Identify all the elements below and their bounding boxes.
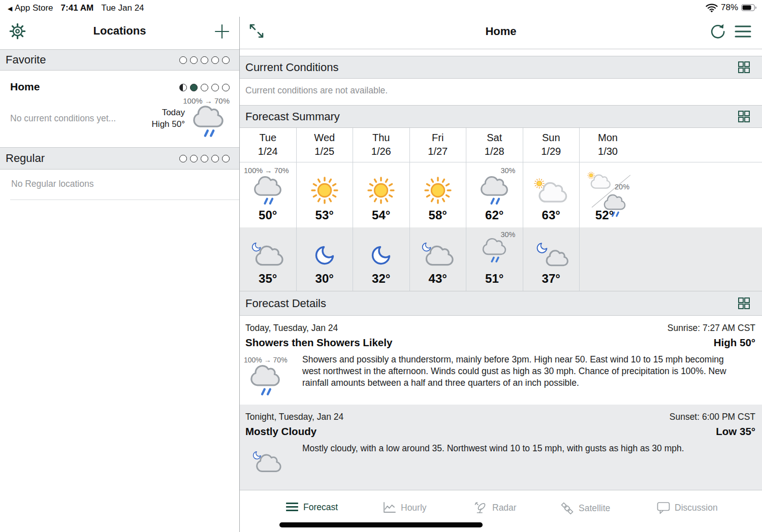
home-indicator[interactable]	[279, 522, 483, 527]
regular-dots	[179, 155, 230, 162]
home-status-message: No current conditions yet...	[10, 113, 116, 124]
divider	[10, 200, 239, 200]
sun-cloud-icon	[586, 171, 613, 190]
forecast-details-title: Forecast Details	[245, 297, 326, 310]
forecast-cell-sun-day: 63°	[523, 162, 580, 227]
tab-forecast[interactable]: Forecast	[285, 502, 338, 513]
period-temp: Low 35°	[716, 425, 755, 438]
moon-icon	[370, 243, 392, 268]
forecast-cell-thu-night: 32°	[353, 227, 410, 291]
refresh-button[interactable]	[709, 23, 725, 39]
moon-small-cloud-icon	[533, 242, 569, 267]
period-summary: Mostly Cloudy	[245, 425, 316, 438]
forecast-cell-fri-night: 43°	[410, 227, 467, 291]
tab-radar[interactable]: Radar	[474, 502, 517, 514]
home-today-summary: Today High 50°	[152, 107, 185, 130]
period-temp: High 50°	[714, 337, 755, 349]
home-status-dots	[179, 84, 230, 91]
moon-cloud-icon	[419, 242, 457, 267]
refresh-icon	[709, 23, 725, 39]
forecast-cell-tue-day: 100% → 70% 50°	[240, 162, 297, 227]
sun-cloud-icon	[532, 176, 570, 205]
period-precip: 100% → 70%	[244, 356, 288, 364]
current-conditions-header: Current Conditions	[240, 56, 762, 79]
moon-icon	[313, 243, 336, 268]
forecast-cell-wed-day: 53°	[297, 162, 354, 227]
grid-icon[interactable]	[737, 60, 751, 74]
grid-icon[interactable]	[737, 110, 751, 123]
tab-hourly[interactable]: Hourly	[383, 502, 427, 514]
location-name: Home	[10, 81, 40, 93]
add-location-button[interactable]	[214, 23, 230, 40]
plus-icon	[214, 23, 230, 40]
day-header: Fri1/27	[410, 128, 467, 162]
forecast-details-header: Forecast Details	[240, 291, 762, 316]
sunset-time: Sunset: 6:00 PM CST	[670, 412, 755, 422]
app-screen: ◀ App Store 7:41 AM Tue Jan 24	[0, 0, 762, 532]
period-text: Showers and possibly a thunderstorm, mai…	[302, 354, 734, 389]
day-header: Sat1/28	[466, 128, 523, 162]
tab-discussion[interactable]: Discussion	[657, 502, 718, 514]
forecast-period-today: Today, Tuesday, Jan 24 Sunrise: 7:27 AM …	[240, 316, 762, 405]
current-conditions-message: Current conditions are not available.	[245, 85, 388, 96]
locations-sidebar: ◀ App Store 7:41 AM Tue Jan 24	[0, 0, 239, 532]
tab-satellite[interactable]: Satellite	[560, 502, 610, 515]
high-label: High 50°	[152, 118, 185, 130]
rain-cloud-icon	[473, 176, 516, 205]
forecast-summary-title: Forecast Summary	[245, 110, 340, 123]
period-text: Mostly cloudy, with a low around 35. Nor…	[302, 443, 734, 454]
forecast-summary-header: Forecast Summary	[240, 105, 762, 128]
regular-label: Regular	[6, 152, 45, 165]
favorite-section-header: Favorite	[0, 49, 239, 71]
forecast-cell-mon-night-empty	[580, 227, 762, 291]
day-header: Mon1/30	[580, 128, 762, 162]
moon-cloud-icon	[249, 242, 287, 267]
main-panel: 78% Home	[240, 0, 762, 532]
forecast-cell-fri-day: 58°	[410, 162, 467, 227]
current-conditions-title: Current Conditions	[245, 61, 338, 74]
rain-cloud-icon	[192, 105, 225, 138]
forecast-cell-thu-day: 54°	[353, 162, 410, 227]
day-header: Wed1/25	[297, 128, 354, 162]
forecast-night-row: 35° 30° 32° 43° 30% 51° 37°	[240, 227, 762, 291]
period-heading: Tonight, Tuesday, Jan 24	[245, 412, 343, 422]
sun-icon	[360, 176, 402, 205]
forecast-day-row: 100% → 70% 50° 53° 54° 58° 30% 62°	[240, 162, 762, 227]
status-time: 7:41 AM	[61, 3, 94, 13]
forecast-cell-tue-night: 35°	[240, 227, 297, 291]
dot-filled	[190, 84, 198, 91]
regular-section-header: Regular	[0, 147, 239, 170]
day-header: Sun1/29	[523, 128, 580, 162]
sidebar-title: Locations	[0, 24, 239, 38]
back-triangle-icon: ◀	[8, 5, 12, 12]
back-to-app[interactable]: ◀ App Store	[8, 3, 53, 13]
menu-button[interactable]	[735, 24, 751, 39]
sun-icon	[303, 176, 346, 205]
location-row-home[interactable]: Home 100% → 70% Today High 50° No curren…	[0, 71, 239, 147]
rain-cloud-icon	[250, 364, 280, 396]
forecast-cell-sat-day: 30% 62°	[466, 162, 523, 227]
sunrise-time: Sunrise: 7:27 AM CST	[668, 323, 755, 334]
dot-half	[179, 84, 187, 91]
forecast-day-names: Tue1/24 Wed1/25 Thu1/26 Fri1/27 Sat1/28 …	[240, 128, 762, 162]
period-heading: Today, Tuesday, Jan 24	[245, 323, 338, 334]
forecast-cell-mon-day: 20% 52°	[580, 162, 762, 227]
hourly-tab-icon	[383, 502, 396, 514]
forecast-period-tonight: Tonight, Tuesday, Jan 24 Sunset: 6:00 PM…	[240, 405, 762, 490]
satellite-tab-icon	[560, 502, 574, 515]
discussion-tab-icon	[657, 502, 670, 514]
main-header: Home	[240, 0, 762, 49]
favorite-label: Favorite	[6, 53, 46, 66]
rain-cloud-icon	[246, 176, 289, 205]
day-header: Tue1/24	[240, 128, 297, 162]
forecast-cell-wed-night: 30°	[297, 227, 354, 291]
rain-cloud-icon	[473, 238, 516, 263]
radar-tab-icon	[474, 502, 488, 514]
favorite-dots	[179, 56, 230, 64]
today-label: Today	[152, 107, 185, 118]
forecast-cell-sat-night: 30% 51°	[466, 227, 523, 291]
grid-icon[interactable]	[737, 296, 751, 310]
status-bar-left: ◀ App Store 7:41 AM Tue Jan 24	[8, 3, 144, 13]
day-header: Thu1/26	[353, 128, 410, 162]
home-precip: 100% → 70%	[183, 96, 230, 105]
